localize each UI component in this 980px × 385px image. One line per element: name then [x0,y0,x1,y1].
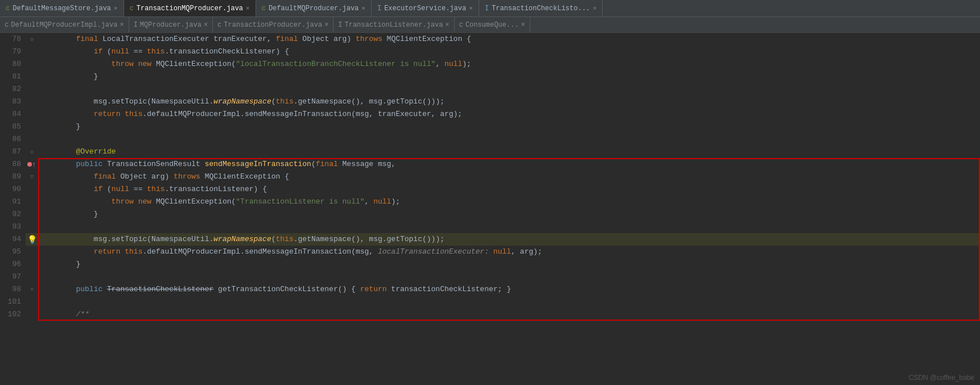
code-text: if (null == this.transactionListener) { [38,183,980,196]
close-icon[interactable]: × [324,21,328,29]
line-number: 85 [0,121,26,133]
fold-icon[interactable]: ◇ [30,148,34,155]
code-text: return this.defaultMQProducerImpl.sendMe… [38,108,980,121]
line-gutter [26,58,38,71]
tab-icon-c: c [459,21,463,29]
line-number: 78 [0,33,26,45]
line-gutter [26,258,38,271]
code-text [38,221,980,233]
tab-icon-c: c [217,21,221,29]
code-line-86: 86 [0,133,980,146]
close-icon[interactable]: × [246,5,250,12]
bulb-icon[interactable]: 💡 [27,235,37,245]
code-text: final Object arg) throws MQClientExcepti… [38,171,980,183]
tab-DefaultMessageStore[interactable]: c DefaultMessageStore.java × [0,0,124,17]
tab-DefaultMQProducer[interactable]: c DefaultMQProducer.java × [256,0,372,17]
line-gutter [26,271,38,283]
breakpoint-dot[interactable] [27,162,32,167]
line-number: 93 [0,221,26,233]
line-number: 84 [0,108,26,121]
code-text: if (null == this.transactionCheckListene… [38,45,980,58]
tab-ExecutorService[interactable]: I ExecutorService.java × [372,0,479,17]
tab-TransactionCheckList[interactable]: I TransactionCheckListo... × [479,0,603,17]
line-gutter: ◇ [26,146,38,158]
close-icon[interactable]: × [120,21,123,29]
line-gutter [26,296,38,308]
code-editor: 78 ◇ final LocalTransactionExecuter tran… [0,33,980,385]
tab2-MQProducer[interactable]: I MQProducer.java × [129,17,213,33]
line-number: 82 [0,83,26,96]
code-line-102: 102 /** [0,308,980,321]
close-icon[interactable]: × [114,5,118,12]
tab-icon-c: c [262,5,266,13]
line-gutter [26,71,38,83]
expand-icon[interactable]: + [30,286,34,293]
line-number: 87 [0,146,26,158]
line-gutter [26,183,38,196]
line-gutter [26,108,38,121]
code-text: return this.defaultMQProducerImpl.sendMe… [38,246,980,258]
close-icon[interactable]: × [204,21,208,29]
line-number: 95 [0,246,26,258]
tab2-label: DefaultMQProducerImpl.java [11,21,117,29]
line-number: 86 [0,133,26,146]
tab-TransactionMQProducer[interactable]: c TransactionMQProducer.java × [124,0,256,17]
code-text: msg.setTopic(NamespaceUtil.wrapNamespace… [38,233,980,246]
tab2-DefaultMQProducerImpl[interactable]: c DefaultMQProducerImpl.java × [0,17,129,33]
code-text: final LocalTransactionExecuter tranExecu… [38,33,980,45]
code-line-84: 84 return this.defaultMQProducerImpl.sen… [0,108,980,121]
code-line-97: 97 [0,271,980,283]
close-icon[interactable]: × [445,21,449,29]
line-gutter: ◇ [26,33,38,45]
fold-icon[interactable]: ▽ [30,173,34,180]
close-icon[interactable]: × [361,5,365,12]
close-icon[interactable]: × [593,5,597,12]
code-line-82: 82 [0,83,980,96]
line-number: 98 [0,283,26,296]
tab2-TransactionListener[interactable]: I TransactionListener.java × [333,17,454,33]
line-gutter [26,83,38,96]
line-number: 96 [0,258,26,271]
code-line-88: 88 ↑ public TransactionSendResult sendMe… [0,158,980,171]
tab2-TransactionProducer[interactable]: c TransactionProducer.java × [213,17,333,33]
tab2-label: MQProducer.java [140,21,201,29]
code-text: msg.setTopic(NamespaceUtil.wrapNamespace… [38,96,980,108]
tab2-label: TransactionListener.java [345,21,443,29]
tab-icon-i: I [338,21,342,29]
tab-label: DefaultMessageStore.java [13,5,111,13]
line-number: 83 [0,96,26,108]
code-line-91: 91 throw new MQClientException("Transact… [0,196,980,208]
line-number: 101 [0,296,26,308]
fold-icon[interactable]: ◇ [30,36,34,43]
code-line-81: 81 } [0,71,980,83]
line-number: 80 [0,58,26,71]
tab-icon-c: c [5,21,9,29]
code-text: public TransactionSendResult sendMessage… [38,158,980,171]
tab-bar-top: c DefaultMessageStore.java × c Transacti… [0,0,980,17]
line-gutter [26,308,38,321]
line-gutter [26,221,38,233]
tab2-label: ConsumeQue... [466,21,519,29]
line-gutter: ↑ [26,158,38,171]
code-line-90: 90 if (null == this.transactionListener)… [0,183,980,196]
tab-label: ExecutorService.java [384,5,466,13]
line-number: 94 [0,233,26,246]
code-line-85: 85 } [0,121,980,133]
code-text: @Override [38,146,980,158]
code-line-80: 80 throw new MQClientException("localTra… [0,58,980,71]
line-number: 102 [0,308,26,321]
close-icon[interactable]: × [469,5,473,12]
code-line-87: 87 ◇ @Override [0,146,980,158]
code-line-89: 89 ▽ final Object arg) throws MQClientEx… [0,171,980,183]
code-line-93: 93 [0,221,980,233]
line-number: 88 [0,158,26,171]
code-line-78: 78 ◇ final LocalTransactionExecuter tran… [0,33,980,45]
code-line-83: 83 msg.setTopic(NamespaceUtil.wrapNamesp… [0,96,980,108]
tab-label: DefaultMQProducer.java [269,5,359,13]
close-icon[interactable]: × [521,21,525,29]
tab2-ConsumeQue[interactable]: c ConsumeQue... × [455,17,530,33]
code-text: } [38,208,980,221]
line-gutter [26,121,38,133]
tab-icon-i: I [485,5,489,13]
line-number: 79 [0,45,26,58]
